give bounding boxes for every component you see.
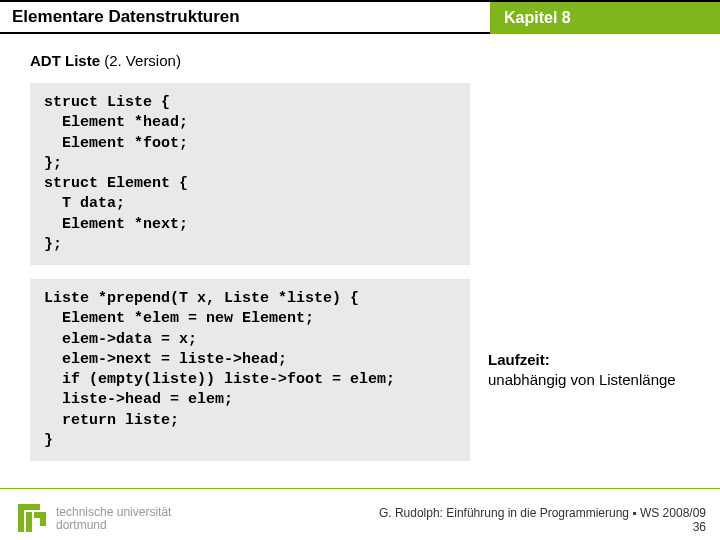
subtitle-bold: ADT Liste [30, 52, 104, 69]
slide-subtitle: ADT Liste (2. Version) [30, 52, 700, 69]
slide-footer: technische universität dortmund G. Rudol… [0, 488, 720, 540]
row-prepend: Liste *prepend(T x, Liste *liste) { Elem… [30, 279, 700, 461]
runtime-note: Laufzeit: unabhängig von Listenlänge [488, 350, 676, 391]
header-title-left: Elementare Datenstrukturen [0, 2, 490, 34]
runtime-label: Laufzeit: [488, 351, 550, 368]
header-title-right: Kapitel 8 [490, 2, 720, 34]
university-logo: technische universität dortmund [18, 504, 171, 534]
credit-line: G. Rudolph: Einführung in die Programmie… [379, 506, 706, 520]
runtime-text: unabhängig von Listenlänge [488, 371, 676, 388]
code-block-struct: struct Liste { Element *head; Element *f… [30, 83, 470, 265]
slide-header: Elementare Datenstrukturen Kapitel 8 [0, 0, 720, 34]
code-block-prepend: Liste *prepend(T x, Liste *liste) { Elem… [30, 279, 470, 461]
slide-content: ADT Liste (2. Version) struct Liste { El… [0, 34, 720, 461]
logo-text: technische universität dortmund [56, 506, 171, 532]
page-number: 36 [379, 520, 706, 534]
tu-logo-icon [18, 504, 48, 534]
subtitle-light: (2. Version) [104, 52, 181, 69]
logo-line2: dortmund [56, 519, 171, 532]
credit-block: G. Rudolph: Einführung in die Programmie… [379, 506, 706, 534]
